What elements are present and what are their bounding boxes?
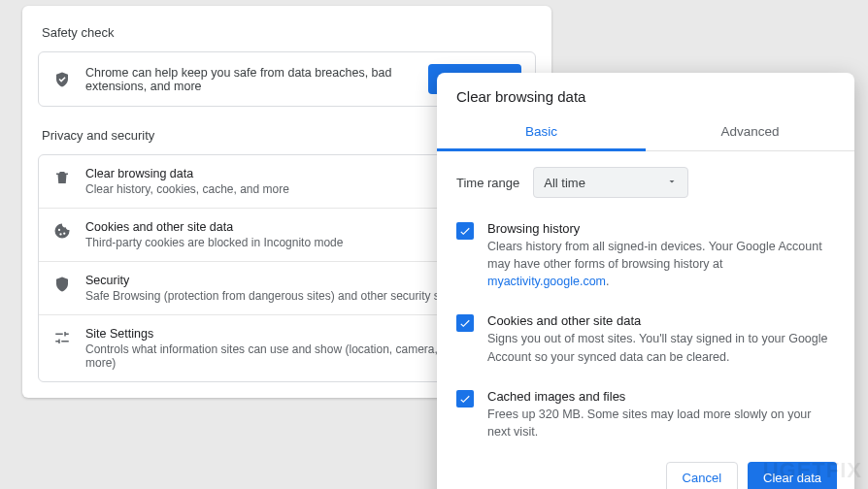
checkbox-cookies[interactable] [456, 314, 474, 332]
option-description: Clears history from all signed-in device… [487, 238, 835, 290]
option-browsing-history: Browsing history Clears history from all… [456, 212, 835, 304]
option-cookies: Cookies and other site data Signs you ou… [456, 304, 835, 378]
option-title: Browsing history [487, 221, 835, 236]
time-range-select[interactable]: All time [533, 167, 688, 198]
checkbox-cached[interactable] [456, 390, 474, 408]
dialog-tabs: Basic Advanced [437, 114, 854, 151]
option-description: Frees up 320 MB. Some sites may load mor… [487, 406, 835, 440]
clear-browsing-data-dialog: Clear browsing data Basic Advanced Time … [437, 73, 854, 489]
time-range-row: Time range All time [437, 151, 854, 206]
myactivity-link[interactable]: myactivity.google.com [487, 275, 606, 288]
chevron-down-icon [666, 176, 678, 190]
time-range-value: All time [544, 176, 585, 190]
trash-icon [52, 168, 72, 187]
shield-icon [52, 275, 72, 294]
safety-check-heading: Safety check [42, 25, 536, 40]
tab-basic[interactable]: Basic [437, 114, 646, 150]
checkbox-browsing-history[interactable] [456, 222, 474, 240]
option-title: Cookies and other site data [487, 313, 835, 328]
sliders-icon [52, 328, 72, 347]
shield-check-icon [52, 70, 72, 89]
option-cached: Cached images and files Frees up 320 MB.… [456, 379, 835, 454]
cookie-icon [52, 221, 72, 241]
dialog-title: Clear browsing data [437, 73, 854, 114]
cancel-button[interactable]: Cancel [666, 462, 738, 489]
watermark-text: UGETFIX [763, 458, 862, 483]
option-description: Signs you out of most sites. You'll stay… [487, 330, 835, 365]
time-range-label: Time range [456, 176, 519, 190]
safety-check-description: Chrome can help keep you safe from data … [85, 66, 415, 93]
option-title: Cached images and files [487, 389, 835, 404]
clear-options: Browsing history Clears history from all… [437, 206, 854, 454]
tab-advanced[interactable]: Advanced [646, 114, 854, 150]
